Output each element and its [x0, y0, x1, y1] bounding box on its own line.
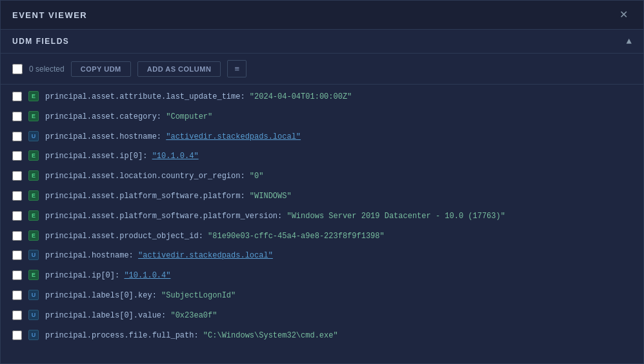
- field-key: principal.asset.hostname:: [45, 132, 166, 141]
- field-key: principal.asset.platform_software.platfo…: [45, 192, 250, 201]
- field-value: "Computer": [166, 112, 212, 121]
- field-content: principal.ip[0]: "10.1.0.4": [45, 269, 632, 283]
- field-row: Uprincipal.process.file.full_path: "C:\W…: [1, 326, 643, 346]
- close-button[interactable]: ✕: [616, 8, 632, 21]
- field-checkbox[interactable]: [12, 231, 22, 241]
- field-type-badge: E: [28, 190, 39, 201]
- field-type-badge: E: [28, 111, 39, 121]
- selected-count: 0 selected: [29, 65, 65, 74]
- field-checkbox[interactable]: [12, 191, 22, 201]
- field-key: principal.asset.attribute.last_update_ti…: [45, 92, 250, 101]
- section-title: UDM FIELDS: [12, 37, 69, 46]
- field-value: "C:\Windows\System32\cmd.exe": [203, 331, 338, 340]
- field-content: principal.labels[0].key: "SubjectLogonId…: [45, 289, 632, 303]
- field-type-badge: U: [28, 330, 39, 340]
- filter-icon: ≡: [234, 64, 239, 74]
- field-key: principal.ip[0]:: [45, 271, 124, 280]
- field-content: principal.asset.product_object_id: "81e9…: [45, 230, 632, 243]
- panel-title: EVENT VIEWER: [12, 10, 87, 20]
- field-content: principal.labels[0].value: "0x23ea0f": [45, 309, 632, 323]
- field-value: "81e90e03-cffc-45a4-a9e8-223f8f9f1398": [208, 232, 385, 241]
- field-row: Eprincipal.ip[0]: "10.1.0.4": [1, 266, 643, 286]
- add-as-column-button[interactable]: ADD AS COLUMN: [137, 61, 221, 77]
- field-row: Uprincipal.labels[0].key: "SubjectLogonI…: [1, 286, 643, 306]
- field-content: principal.asset.platform_software.platfo…: [45, 210, 632, 223]
- field-value: "0": [250, 172, 264, 181]
- field-type-badge: U: [28, 250, 39, 260]
- field-type-badge: U: [28, 290, 39, 300]
- field-key: principal.asset.ip[0]:: [45, 152, 152, 161]
- field-checkbox[interactable]: [12, 151, 22, 161]
- select-all-checkbox[interactable]: [12, 64, 23, 74]
- field-key: principal.asset.location.country_or_regi…: [45, 172, 250, 181]
- field-row: Uprincipal.hostname: "activedir.stackedp…: [1, 246, 643, 266]
- field-checkbox[interactable]: [12, 310, 22, 320]
- field-content: principal.asset.hostname: "activedir.sta…: [45, 130, 632, 144]
- field-type-badge: E: [28, 270, 39, 280]
- field-row: Eprincipal.asset.category: "Computer": [1, 107, 643, 127]
- field-type-badge: E: [28, 150, 39, 161]
- field-key: principal.asset.category:: [45, 112, 166, 121]
- filter-button[interactable]: ≡: [227, 60, 247, 77]
- field-content: principal.process.file.full_path: "C:\Wi…: [45, 329, 632, 343]
- field-key: principal.labels[0].value:: [45, 311, 170, 320]
- field-content: principal.asset.category: "Computer": [45, 110, 632, 124]
- field-key: principal.labels[0].key:: [45, 291, 161, 300]
- event-viewer-panel: EVENT VIEWER ✕ UDM FIELDS ▲ 0 selected C…: [0, 0, 644, 364]
- field-row: Eprincipal.asset.ip[0]: "10.1.0.4": [1, 147, 643, 167]
- toolbar: 0 selected COPY UDM ADD AS COLUMN ≡: [1, 54, 643, 85]
- field-key: principal.process.file.full_path:: [45, 331, 203, 340]
- field-value: "SubjectLogonId": [161, 291, 236, 300]
- field-checkbox[interactable]: [12, 112, 22, 121]
- field-row: Eprincipal.asset.location.country_or_reg…: [1, 167, 643, 187]
- field-row: Eprincipal.asset.product_object_id: "81e…: [1, 227, 643, 247]
- field-content: principal.asset.platform_software.platfo…: [45, 190, 632, 203]
- field-row: Uprincipal.asset.hostname: "activedir.st…: [1, 127, 643, 147]
- field-value: "2024-04-04T01:00:00Z": [250, 92, 352, 101]
- field-row: Eprincipal.asset.platform_software.platf…: [1, 207, 643, 227]
- field-content: principal.asset.attribute.last_update_ti…: [45, 90, 632, 104]
- field-value: "WINDOWS": [250, 192, 292, 201]
- field-type-badge: E: [28, 230, 39, 241]
- field-type-badge: U: [28, 131, 39, 141]
- field-value-link[interactable]: "10.1.0.4": [152, 152, 199, 161]
- field-type-badge: U: [28, 310, 39, 320]
- field-row: Uprincipal.labels[0].value: "0x23ea0f": [1, 306, 643, 326]
- field-key: principal.asset.platform_software.platfo…: [45, 212, 287, 221]
- field-value-link[interactable]: "activedir.stackedpads.local": [166, 132, 301, 141]
- collapse-icon[interactable]: ▲: [627, 36, 632, 46]
- field-checkbox[interactable]: [12, 92, 22, 101]
- field-value: "Windows Server 2019 Datacenter - 10.0 (…: [287, 212, 505, 221]
- field-key: principal.asset.product_object_id:: [45, 232, 208, 241]
- copy-udm-button[interactable]: COPY UDM: [71, 61, 131, 77]
- section-header: UDM FIELDS ▲: [1, 30, 643, 54]
- field-value: "0x23ea0f": [170, 311, 217, 320]
- field-value-link[interactable]: "10.1.0.4": [124, 271, 170, 280]
- fields-list: Eprincipal.asset.attribute.last_update_t…: [1, 85, 643, 363]
- panel-header: EVENT VIEWER ✕: [1, 1, 643, 30]
- field-type-badge: E: [28, 91, 39, 101]
- field-checkbox[interactable]: [12, 171, 22, 181]
- field-type-badge: E: [28, 210, 39, 221]
- field-key: principal.hostname:: [45, 251, 138, 260]
- field-checkbox[interactable]: [12, 330, 22, 340]
- field-type-badge: E: [28, 170, 39, 181]
- field-row: Eprincipal.asset.attribute.last_update_t…: [1, 87, 643, 107]
- field-checkbox[interactable]: [12, 270, 22, 280]
- field-checkbox[interactable]: [12, 290, 22, 300]
- field-content: principal.asset.location.country_or_regi…: [45, 170, 632, 183]
- field-content: principal.hostname: "activedir.stackedpa…: [45, 249, 632, 263]
- field-content: principal.asset.ip[0]: "10.1.0.4": [45, 150, 632, 163]
- field-value-link[interactable]: "activedir.stackedpads.local": [138, 251, 273, 260]
- field-checkbox[interactable]: [12, 250, 22, 260]
- field-row: Eprincipal.asset.platform_software.platf…: [1, 187, 643, 207]
- field-checkbox[interactable]: [12, 132, 22, 141]
- field-checkbox[interactable]: [12, 211, 22, 221]
